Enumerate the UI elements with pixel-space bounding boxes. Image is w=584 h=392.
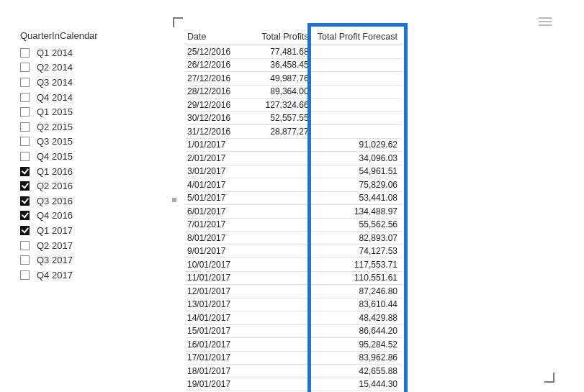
checkbox-icon[interactable] <box>20 107 30 117</box>
slicer-item[interactable]: Q3 2017 <box>20 252 150 268</box>
cell-profits: 127,324.66 <box>246 99 313 112</box>
cell-profits <box>246 232 313 245</box>
cell-profits <box>246 165 313 178</box>
resize-handle-tl[interactable] <box>173 17 183 27</box>
cell-date: 6/01/2017 <box>186 205 246 219</box>
checkbox-icon[interactable] <box>20 137 30 146</box>
checkbox-icon[interactable] <box>20 211 30 220</box>
slicer-item[interactable]: Q2 2016 <box>20 178 150 193</box>
table-row: 8/01/201782,893.07 <box>186 232 402 245</box>
slicer-item-label: Q3 2014 <box>37 77 73 88</box>
table-row: 19/01/201715,444.30 <box>186 378 402 391</box>
slicer-item-label: Q2 2015 <box>37 122 73 132</box>
cell-profits: 77,481.68 <box>246 45 313 59</box>
cell-forecast <box>313 72 402 86</box>
checkbox-icon[interactable] <box>20 152 30 161</box>
cell-forecast: 117,553.71 <box>313 258 402 272</box>
checkbox-icon[interactable] <box>20 63 30 72</box>
slicer-item[interactable]: Q3 2014 <box>20 75 150 90</box>
checkbox-icon[interactable] <box>20 78 30 87</box>
cell-date: 10/01/2017 <box>186 258 246 272</box>
checkbox-icon[interactable] <box>20 255 30 265</box>
checkbox-icon[interactable] <box>20 270 30 280</box>
cell-forecast: 91,029.62 <box>313 138 402 152</box>
slicer-item[interactable]: Q4 2015 <box>20 149 150 164</box>
cell-date: 11/01/2017 <box>186 271 246 285</box>
table-row: 10/01/2017117,553.71 <box>186 258 402 272</box>
cell-date: 5/01/2017 <box>186 191 246 205</box>
cell-date: 14/01/2017 <box>186 311 246 325</box>
table-row: 7/01/201755,562.56 <box>186 218 402 232</box>
cell-forecast: 34,096.03 <box>313 152 402 165</box>
cell-date: 29/12/2016 <box>186 99 246 112</box>
slicer-item[interactable]: Q1 2015 <box>20 104 150 119</box>
cell-forecast: 83,962.86 <box>313 351 402 365</box>
cell-date: 28/12/2016 <box>186 85 246 99</box>
slicer-item-label: Q1 2016 <box>37 166 73 177</box>
checkbox-icon[interactable] <box>20 196 30 206</box>
slicer-item-label: Q3 2016 <box>37 196 73 206</box>
slicer-item-label: Q1 2015 <box>37 106 73 117</box>
checkbox-icon[interactable] <box>20 167 30 176</box>
cell-date: 27/12/2016 <box>186 72 246 86</box>
checkbox-icon[interactable] <box>20 93 30 102</box>
checkbox-icon[interactable] <box>20 181 30 191</box>
visual-options-icon[interactable] <box>539 17 552 26</box>
cell-date: 16/01/2017 <box>186 338 246 352</box>
cell-profits: 28,877.27 <box>246 125 313 139</box>
table-visual[interactable]: Date Total Profits Total Profit Forecast… <box>173 17 554 383</box>
slicer-item-label: Q4 2014 <box>37 92 73 103</box>
slicer-item-label: Q1 2017 <box>37 225 73 236</box>
resize-handle-left[interactable] <box>172 198 176 202</box>
cell-forecast: 86,644.20 <box>313 324 402 338</box>
slicer-item[interactable]: Q2 2015 <box>20 119 150 135</box>
cell-forecast: 74,127.53 <box>313 245 402 258</box>
checkbox-icon[interactable] <box>20 122 30 132</box>
slicer-item[interactable]: Q1 2017 <box>20 223 150 238</box>
cell-date: 19/01/2017 <box>186 378 246 391</box>
cell-forecast <box>313 58 402 72</box>
cell-date: 8/01/2017 <box>186 232 246 245</box>
col-header-forecast[interactable]: Total Profit Forecast <box>313 30 402 45</box>
slicer-item-label: Q4 2016 <box>37 210 73 221</box>
table-row: 13/01/201783,610.44 <box>186 298 402 311</box>
cell-profits <box>246 245 313 258</box>
checkbox-icon[interactable] <box>20 226 30 235</box>
cell-forecast: 82,893.07 <box>313 232 402 245</box>
col-header-date[interactable]: Date <box>186 30 246 45</box>
slicer-item[interactable]: Q2 2017 <box>20 238 150 253</box>
cell-date: 4/01/2017 <box>186 178 246 192</box>
cell-date: 26/12/2016 <box>186 58 246 72</box>
table-row: 26/12/201636,458.45 <box>186 58 402 72</box>
table-row: 30/12/201652,557.55 <box>186 111 402 125</box>
slicer-item-label: Q4 2017 <box>37 270 73 281</box>
cell-profits <box>246 218 313 232</box>
cell-forecast: 15,444.30 <box>313 378 402 391</box>
cell-profits: 52,557.55 <box>246 111 313 125</box>
slicer-item[interactable]: Q1 2016 <box>20 164 150 179</box>
cell-profits <box>246 285 313 298</box>
cell-date: 2/01/2017 <box>186 152 246 165</box>
slicer-item[interactable]: Q3 2016 <box>20 193 150 209</box>
cell-profits <box>246 271 313 285</box>
slicer-item[interactable]: Q1 2014 <box>20 45 150 60</box>
checkbox-icon[interactable] <box>20 241 30 250</box>
cell-forecast <box>313 99 402 112</box>
table-header-row: Date Total Profits Total Profit Forecast <box>186 30 402 45</box>
table-row: 14/01/201748,429.88 <box>186 311 402 325</box>
cell-date: 12/01/2017 <box>186 285 246 298</box>
slicer-item-label: Q2 2014 <box>37 62 73 73</box>
cell-profits <box>246 138 313 152</box>
slicer-item[interactable]: Q2 2014 <box>20 60 150 76</box>
cell-profits <box>246 338 313 352</box>
table-row: 29/12/2016127,324.66 <box>186 99 402 112</box>
col-header-profits[interactable]: Total Profits <box>246 30 313 45</box>
cell-forecast: 110,551.61 <box>313 271 402 285</box>
table-row: 3/01/201754,961.51 <box>186 165 402 178</box>
profit-table: Date Total Profits Total Profit Forecast… <box>186 30 402 392</box>
slicer-item[interactable]: Q3 2015 <box>20 135 150 150</box>
slicer-item[interactable]: Q4 2017 <box>20 268 150 283</box>
checkbox-icon[interactable] <box>20 48 30 58</box>
slicer-item[interactable]: Q4 2016 <box>20 209 150 224</box>
slicer-item[interactable]: Q4 2014 <box>20 90 150 105</box>
